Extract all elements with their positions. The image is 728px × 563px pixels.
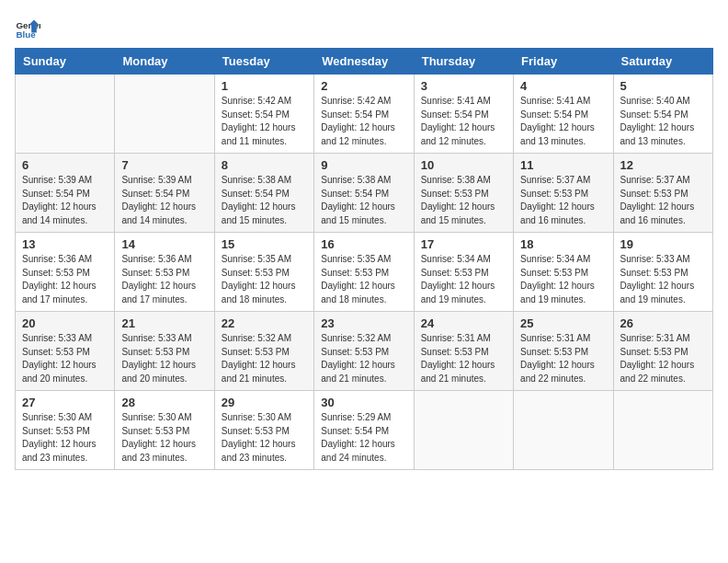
day-number: 27 bbox=[22, 396, 108, 409]
calendar-cell: 2Sunrise: 5:42 AM Sunset: 5:54 PM Daylig… bbox=[314, 75, 414, 154]
calendar-cell: 13Sunrise: 5:36 AM Sunset: 5:53 PM Dayli… bbox=[16, 233, 115, 312]
day-number: 13 bbox=[22, 237, 108, 251]
day-number: 17 bbox=[421, 237, 506, 251]
calendar-cell: 4Sunrise: 5:41 AM Sunset: 5:54 PM Daylig… bbox=[514, 75, 613, 154]
calendar-cell: 10Sunrise: 5:38 AM Sunset: 5:53 PM Dayli… bbox=[414, 154, 513, 233]
day-info: Sunrise: 5:29 AM Sunset: 5:54 PM Dayligh… bbox=[321, 411, 406, 465]
calendar-cell bbox=[414, 391, 513, 470]
day-number: 20 bbox=[22, 316, 108, 330]
day-number: 29 bbox=[222, 396, 307, 409]
calendar-cell bbox=[16, 75, 115, 154]
day-info: Sunrise: 5:30 AM Sunset: 5:53 PM Dayligh… bbox=[22, 411, 108, 465]
day-info: Sunrise: 5:42 AM Sunset: 5:54 PM Dayligh… bbox=[222, 95, 307, 148]
day-info: Sunrise: 5:31 AM Sunset: 5:53 PM Dayligh… bbox=[421, 332, 506, 385]
day-number: 11 bbox=[520, 158, 606, 172]
day-info: Sunrise: 5:30 AM Sunset: 5:53 PM Dayligh… bbox=[222, 411, 307, 465]
day-info: Sunrise: 5:38 AM Sunset: 5:54 PM Dayligh… bbox=[321, 174, 406, 227]
calendar-week-3: 13Sunrise: 5:36 AM Sunset: 5:53 PM Dayli… bbox=[16, 233, 713, 312]
day-number: 2 bbox=[321, 79, 406, 93]
calendar-cell: 22Sunrise: 5:32 AM Sunset: 5:53 PM Dayli… bbox=[214, 312, 313, 391]
day-number: 14 bbox=[121, 237, 207, 251]
calendar-cell: 28Sunrise: 5:30 AM Sunset: 5:53 PM Dayli… bbox=[115, 391, 214, 470]
day-info: Sunrise: 5:37 AM Sunset: 5:53 PM Dayligh… bbox=[620, 174, 706, 227]
day-info: Sunrise: 5:41 AM Sunset: 5:54 PM Dayligh… bbox=[520, 95, 606, 148]
header: General Blue bbox=[15, 15, 713, 40]
day-number: 4 bbox=[520, 79, 606, 93]
logo: General Blue bbox=[15, 15, 40, 40]
day-info: Sunrise: 5:34 AM Sunset: 5:53 PM Dayligh… bbox=[421, 253, 506, 306]
day-number: 18 bbox=[520, 237, 606, 251]
calendar-cell: 23Sunrise: 5:32 AM Sunset: 5:53 PM Dayli… bbox=[314, 312, 414, 391]
calendar-cell: 21Sunrise: 5:33 AM Sunset: 5:53 PM Dayli… bbox=[115, 312, 214, 391]
day-number: 30 bbox=[321, 396, 406, 409]
day-number: 12 bbox=[620, 158, 706, 172]
day-number: 23 bbox=[321, 316, 406, 330]
calendar-table: SundayMondayTuesdayWednesdayThursdayFrid… bbox=[15, 48, 713, 470]
day-number: 1 bbox=[222, 79, 307, 93]
day-number: 7 bbox=[121, 158, 207, 172]
day-number: 10 bbox=[421, 158, 506, 172]
day-info: Sunrise: 5:35 AM Sunset: 5:53 PM Dayligh… bbox=[321, 253, 406, 306]
day-info: Sunrise: 5:36 AM Sunset: 5:53 PM Dayligh… bbox=[22, 253, 108, 306]
calendar-body: 1Sunrise: 5:42 AM Sunset: 5:54 PM Daylig… bbox=[16, 75, 713, 470]
calendar-cell: 26Sunrise: 5:31 AM Sunset: 5:53 PM Dayli… bbox=[613, 312, 712, 391]
calendar-cell bbox=[613, 391, 712, 470]
weekday-header-saturday: Saturday bbox=[613, 49, 712, 75]
day-info: Sunrise: 5:38 AM Sunset: 5:54 PM Dayligh… bbox=[222, 174, 307, 227]
calendar-cell: 16Sunrise: 5:35 AM Sunset: 5:53 PM Dayli… bbox=[314, 233, 414, 312]
weekday-header-friday: Friday bbox=[514, 49, 613, 75]
day-info: Sunrise: 5:36 AM Sunset: 5:53 PM Dayligh… bbox=[121, 253, 207, 306]
calendar-cell: 25Sunrise: 5:31 AM Sunset: 5:53 PM Dayli… bbox=[514, 312, 613, 391]
day-info: Sunrise: 5:38 AM Sunset: 5:53 PM Dayligh… bbox=[421, 174, 506, 227]
day-info: Sunrise: 5:39 AM Sunset: 5:54 PM Dayligh… bbox=[22, 174, 108, 227]
day-info: Sunrise: 5:32 AM Sunset: 5:53 PM Dayligh… bbox=[222, 332, 307, 385]
day-number: 8 bbox=[222, 158, 307, 172]
weekday-header-sunday: Sunday bbox=[16, 49, 115, 75]
calendar-week-1: 1Sunrise: 5:42 AM Sunset: 5:54 PM Daylig… bbox=[16, 75, 713, 154]
day-info: Sunrise: 5:42 AM Sunset: 5:54 PM Dayligh… bbox=[321, 95, 406, 148]
day-number: 25 bbox=[520, 316, 606, 330]
logo-icon: General Blue bbox=[15, 15, 40, 40]
day-info: Sunrise: 5:33 AM Sunset: 5:53 PM Dayligh… bbox=[620, 253, 706, 306]
day-info: Sunrise: 5:33 AM Sunset: 5:53 PM Dayligh… bbox=[121, 332, 207, 385]
day-info: Sunrise: 5:40 AM Sunset: 5:54 PM Dayligh… bbox=[620, 95, 706, 148]
day-number: 22 bbox=[222, 316, 307, 330]
day-info: Sunrise: 5:37 AM Sunset: 5:53 PM Dayligh… bbox=[520, 174, 606, 227]
day-info: Sunrise: 5:31 AM Sunset: 5:53 PM Dayligh… bbox=[520, 332, 606, 385]
calendar-cell: 18Sunrise: 5:34 AM Sunset: 5:53 PM Dayli… bbox=[514, 233, 613, 312]
day-number: 21 bbox=[121, 316, 207, 330]
calendar-cell: 1Sunrise: 5:42 AM Sunset: 5:54 PM Daylig… bbox=[214, 75, 313, 154]
day-number: 26 bbox=[620, 316, 706, 330]
calendar-cell: 3Sunrise: 5:41 AM Sunset: 5:54 PM Daylig… bbox=[414, 75, 513, 154]
calendar-cell: 12Sunrise: 5:37 AM Sunset: 5:53 PM Dayli… bbox=[613, 154, 712, 233]
day-info: Sunrise: 5:39 AM Sunset: 5:54 PM Dayligh… bbox=[121, 174, 207, 227]
day-number: 28 bbox=[121, 396, 207, 409]
calendar-cell: 24Sunrise: 5:31 AM Sunset: 5:53 PM Dayli… bbox=[414, 312, 513, 391]
calendar-cell: 29Sunrise: 5:30 AM Sunset: 5:53 PM Dayli… bbox=[214, 391, 313, 470]
calendar-cell bbox=[115, 75, 214, 154]
calendar-cell: 30Sunrise: 5:29 AM Sunset: 5:54 PM Dayli… bbox=[314, 391, 414, 470]
day-info: Sunrise: 5:32 AM Sunset: 5:53 PM Dayligh… bbox=[321, 332, 406, 385]
weekday-header-monday: Monday bbox=[115, 49, 214, 75]
calendar-cell: 9Sunrise: 5:38 AM Sunset: 5:54 PM Daylig… bbox=[314, 154, 414, 233]
calendar-week-5: 27Sunrise: 5:30 AM Sunset: 5:53 PM Dayli… bbox=[16, 391, 713, 470]
calendar-cell bbox=[514, 391, 613, 470]
calendar-cell: 11Sunrise: 5:37 AM Sunset: 5:53 PM Dayli… bbox=[514, 154, 613, 233]
day-number: 5 bbox=[620, 79, 706, 93]
calendar-week-4: 20Sunrise: 5:33 AM Sunset: 5:53 PM Dayli… bbox=[16, 312, 713, 391]
weekday-header-wednesday: Wednesday bbox=[314, 49, 414, 75]
day-info: Sunrise: 5:31 AM Sunset: 5:53 PM Dayligh… bbox=[620, 332, 706, 385]
day-number: 6 bbox=[22, 158, 108, 172]
day-info: Sunrise: 5:41 AM Sunset: 5:54 PM Dayligh… bbox=[421, 95, 506, 148]
calendar-header: SundayMondayTuesdayWednesdayThursdayFrid… bbox=[16, 49, 713, 75]
weekday-header-row: SundayMondayTuesdayWednesdayThursdayFrid… bbox=[16, 49, 713, 75]
calendar-cell: 19Sunrise: 5:33 AM Sunset: 5:53 PM Dayli… bbox=[613, 233, 712, 312]
calendar-cell: 14Sunrise: 5:36 AM Sunset: 5:53 PM Dayli… bbox=[115, 233, 214, 312]
calendar-cell: 5Sunrise: 5:40 AM Sunset: 5:54 PM Daylig… bbox=[613, 75, 712, 154]
calendar-week-2: 6Sunrise: 5:39 AM Sunset: 5:54 PM Daylig… bbox=[16, 154, 713, 233]
day-info: Sunrise: 5:34 AM Sunset: 5:53 PM Dayligh… bbox=[520, 253, 606, 306]
day-number: 16 bbox=[321, 237, 406, 251]
calendar-cell: 27Sunrise: 5:30 AM Sunset: 5:53 PM Dayli… bbox=[16, 391, 115, 470]
calendar-cell: 17Sunrise: 5:34 AM Sunset: 5:53 PM Dayli… bbox=[414, 233, 513, 312]
weekday-header-tuesday: Tuesday bbox=[214, 49, 313, 75]
